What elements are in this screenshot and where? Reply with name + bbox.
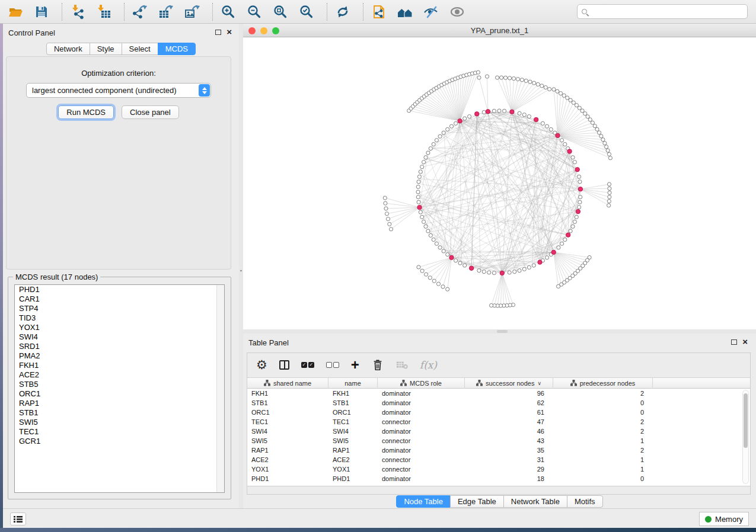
mcds-result-item[interactable]: CAR1 (15, 294, 224, 304)
import-network-icon[interactable] (69, 4, 86, 20)
node[interactable] (432, 279, 436, 283)
table-row[interactable]: STB1STB1dominator620 (247, 398, 750, 408)
node[interactable] (571, 225, 575, 228)
node[interactable] (556, 89, 559, 93)
node[interactable] (607, 200, 611, 203)
node[interactable] (485, 75, 489, 78)
memory-button[interactable]: Memory (699, 512, 749, 526)
cell-predecessor-nodes[interactable]: 2 (553, 417, 653, 427)
node[interactable] (601, 138, 605, 142)
node[interactable] (496, 76, 499, 79)
node[interactable] (384, 201, 387, 205)
node[interactable] (420, 269, 424, 273)
cell-predecessor-nodes[interactable]: 2 (553, 446, 653, 455)
mcds-result-item[interactable]: SWI4 (15, 332, 224, 342)
node[interactable] (528, 80, 532, 84)
table-tab-network-table[interactable]: Network Table (503, 495, 567, 508)
cell-MCDS-role[interactable]: connector (378, 455, 465, 464)
node[interactable] (424, 156, 428, 159)
cell-shared-name[interactable]: FKH1 (247, 389, 328, 398)
node[interactable] (559, 92, 563, 95)
node[interactable] (438, 134, 442, 138)
cell-successor-nodes[interactable]: 46 (465, 427, 553, 436)
mcds-result-item[interactable]: STB1 (15, 408, 224, 418)
node[interactable] (386, 217, 390, 221)
table-scrollbar[interactable] (742, 390, 749, 484)
table-tab-edge-table[interactable]: Edge Table (450, 495, 504, 508)
cell-name[interactable]: SWI5 (328, 436, 378, 446)
node[interactable] (426, 229, 430, 233)
node[interactable] (487, 271, 491, 274)
node[interactable] (490, 303, 493, 307)
mcds-result-item[interactable]: TEC1 (15, 427, 224, 437)
tab-select[interactable]: Select (122, 43, 158, 55)
node[interactable] (516, 78, 519, 81)
dominator-node[interactable] (486, 110, 490, 114)
node[interactable] (508, 271, 511, 274)
export-network-icon[interactable] (132, 4, 148, 20)
cell-MCDS-role[interactable]: dominator (378, 389, 465, 398)
cell-shared-name[interactable]: TEC1 (247, 417, 328, 427)
node[interactable] (608, 195, 611, 198)
cell-MCDS-role[interactable]: dominator (378, 446, 465, 455)
cell-successor-nodes[interactable]: 61 (465, 408, 553, 417)
node[interactable] (518, 111, 521, 115)
node[interactable] (476, 70, 480, 74)
cell-MCDS-role[interactable]: connector (378, 417, 465, 427)
node[interactable] (560, 139, 564, 142)
node[interactable] (575, 104, 578, 107)
node[interactable] (417, 265, 420, 269)
node[interactable] (458, 261, 462, 265)
node[interactable] (432, 238, 435, 241)
node[interactable] (389, 227, 393, 231)
table-row[interactable]: FKH1FKH1dominator962 (247, 389, 750, 398)
window-zoom-button[interactable] (272, 27, 279, 34)
node[interactable] (518, 269, 521, 273)
toggle-graphics-details-icon[interactable] (423, 4, 439, 20)
cell-predecessor-nodes[interactable]: 0 (553, 398, 653, 408)
node[interactable] (569, 98, 572, 102)
node[interactable] (591, 121, 594, 124)
cell-name[interactable]: TEC1 (328, 417, 378, 427)
table-row[interactable]: PHD1PHD1dominator180 (247, 474, 750, 483)
welcome-screen-icon[interactable] (397, 4, 413, 20)
column-header-successor-nodes[interactable]: successor nodes∨ (465, 378, 553, 389)
deselect-all-icon[interactable] (326, 358, 339, 372)
node[interactable] (384, 207, 388, 210)
node[interactable] (557, 284, 560, 288)
node[interactable] (422, 161, 426, 164)
delete-table-icon[interactable] (396, 358, 408, 372)
cell-shared-name[interactable]: YOX1 (247, 464, 328, 474)
cell-predecessor-nodes[interactable]: 1 (553, 455, 653, 464)
node[interactable] (563, 142, 567, 146)
node[interactable] (428, 276, 432, 280)
search-box[interactable] (577, 4, 748, 19)
node[interactable] (416, 190, 420, 194)
horizontal-splitter[interactable] (243, 329, 756, 334)
mcds-result-item[interactable]: GCR1 (15, 437, 224, 446)
node[interactable] (578, 200, 582, 204)
node[interactable] (578, 206, 581, 209)
cell-shared-name[interactable]: RAP1 (247, 446, 328, 455)
mcds-result-item[interactable]: YOX1 (15, 323, 224, 332)
node[interactable] (583, 112, 587, 116)
cell-shared-name[interactable]: ORC1 (247, 408, 328, 417)
node[interactable] (420, 165, 424, 169)
mcds-result-item[interactable]: ACE2 (15, 370, 224, 380)
node[interactable] (597, 131, 601, 134)
dominator-node[interactable] (538, 260, 542, 264)
cell-successor-nodes[interactable]: 29 (465, 464, 553, 474)
dominator-node[interactable] (576, 209, 580, 213)
node[interactable] (449, 124, 453, 128)
node[interactable] (545, 256, 548, 259)
node[interactable] (560, 242, 564, 245)
node[interactable] (463, 264, 467, 267)
node[interactable] (569, 229, 572, 233)
birds-eye-view-icon[interactable] (449, 4, 465, 20)
node[interactable] (513, 270, 516, 274)
mcds-result-item[interactable]: STB5 (15, 380, 224, 389)
cell-MCDS-role[interactable]: dominator (378, 398, 465, 408)
node[interactable] (482, 270, 486, 274)
mcds-result-item[interactable]: PHD1 (15, 285, 224, 294)
cell-predecessor-nodes[interactable]: 1 (553, 436, 653, 446)
